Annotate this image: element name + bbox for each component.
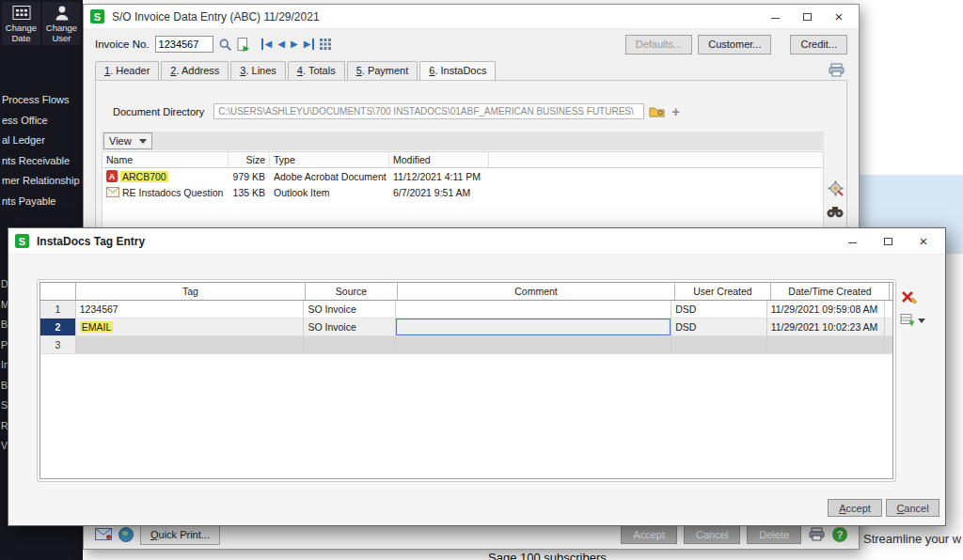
row-number[interactable]: 1: [40, 301, 76, 319]
user-created-cell: DSD: [671, 319, 766, 336]
comment-cell[interactable]: [396, 301, 671, 319]
source-cell[interactable]: [304, 336, 395, 354]
change-date-button[interactable]: Change Date: [2, 2, 40, 45]
document-modified: 6/7/2021 9:51 AM: [389, 184, 489, 200]
document-modified: 11/12/2021 4:11 PM: [389, 168, 489, 184]
copy-tags-icon[interactable]: [900, 313, 915, 329]
column-header-name[interactable]: Name: [103, 152, 229, 167]
document-name: RE Instadocs Question: [122, 187, 223, 198]
tag-table: Tag Source Comment User Created Date/Tim…: [39, 282, 893, 479]
tag-col-comment: Comment: [398, 283, 675, 300]
globe-icon[interactable]: [118, 527, 134, 542]
email-icon[interactable]: [95, 528, 112, 542]
print-icon[interactable]: [808, 527, 826, 543]
dialog-minimize-button[interactable]: [834, 230, 870, 253]
user-icon: [55, 5, 70, 21]
search-documents-binoculars-icon[interactable]: [827, 205, 844, 220]
tab-instadocs[interactable]: 6. InstaDocs: [419, 61, 496, 81]
close-button[interactable]: [823, 6, 855, 28]
source-cell[interactable]: SO Invoice: [304, 319, 395, 336]
delete-button: Delete: [747, 525, 801, 544]
tag-col-tag: Tag: [76, 283, 306, 300]
view-dropdown[interactable]: View: [103, 132, 152, 149]
tab-lines[interactable]: 3. Lines: [230, 61, 286, 80]
tag-row-3-new[interactable]: 3: [40, 336, 892, 354]
column-header-type[interactable]: Type: [270, 152, 389, 167]
sidebar-menu: Process Flows ess Office al Ledger nts R…: [0, 90, 83, 211]
tag-cell[interactable]: [76, 336, 305, 354]
next-record-icon[interactable]: [290, 39, 299, 50]
dropdown-caret-icon[interactable]: [918, 319, 925, 323]
document-directory-field[interactable]: C:\USERS\ASHLEYU\DOCUMENTS\700 INSTADOCS…: [213, 103, 644, 119]
background-text: Streamline your w: [863, 532, 961, 546]
comment-cell[interactable]: [396, 336, 671, 354]
quick-print-button[interactable]: Quick Print...: [140, 525, 220, 545]
document-size: 979 KB: [229, 168, 270, 184]
browse-folder-icon[interactable]: [649, 105, 665, 117]
dialog-accept-button[interactable]: Accept: [828, 499, 882, 517]
tab-payment[interactable]: 5. Payment: [347, 61, 418, 80]
sidebar-item-general-ledger[interactable]: al Ledger: [0, 131, 83, 151]
record-navigation: [261, 39, 315, 50]
source-cell[interactable]: SO Invoice: [304, 301, 395, 319]
column-header-size[interactable]: Size: [229, 152, 270, 167]
paperless-printer-icon[interactable]: [828, 63, 845, 79]
view-bar: View: [102, 132, 824, 150]
document-row-arcb700[interactable]: ARCB700 979 KB Adobe Acrobat Document 11…: [103, 168, 823, 184]
dialog-maximize-button[interactable]: [870, 230, 906, 253]
previous-record-icon[interactable]: [276, 39, 286, 50]
tab-totals[interactable]: 4. Totals: [288, 61, 345, 80]
next-invoice-icon[interactable]: [237, 38, 250, 52]
sidebar-item-accounts-payable[interactable]: nts Payable: [0, 192, 83, 212]
tag-row-1[interactable]: 1 1234567 SO Invoice DSD 11/29/2021 09:5…: [40, 301, 892, 319]
comment-cell-focused[interactable]: [396, 319, 671, 336]
dialog-cancel-button[interactable]: Cancel: [886, 499, 939, 517]
instadocs-tag-entry-dialog: InstaDocs Tag Entry Tag Source Comment U…: [8, 227, 946, 526]
change-user-label: Change User: [46, 23, 77, 43]
sidebar-item-process-flows[interactable]: Process Flows: [0, 90, 83, 111]
maximize-icon: [884, 238, 892, 245]
document-row-email[interactable]: RE Instadocs Question 135 KB Outlook Ite…: [103, 184, 823, 200]
invoice-toolbar: Invoice No. Defaults... Customer... Cred…: [84, 29, 859, 59]
chevron-down-icon: [139, 139, 147, 144]
cancel-button: Cancel: [684, 525, 740, 544]
tag-settings-icon[interactable]: [828, 180, 844, 198]
tag-cell[interactable]: EMAIL: [76, 319, 305, 336]
tab-address[interactable]: 2. Address: [161, 61, 229, 80]
invoice-no-input[interactable]: [155, 36, 213, 53]
delete-tag-icon[interactable]: [900, 288, 925, 307]
change-user-button[interactable]: Change User: [42, 2, 81, 45]
screen: Streamline your w Sage 100 subscribers. …: [0, 0, 963, 560]
dialog-close-button[interactable]: [906, 230, 941, 253]
memo-keypad-icon[interactable]: [319, 38, 332, 51]
minimize-button[interactable]: [759, 6, 791, 28]
defaults-button: Defaults...: [625, 35, 693, 54]
sidebar-item-paperless-office[interactable]: ess Office: [0, 111, 83, 132]
tab-strip: 1. Header 2. Address 3. Lines 4. Totals …: [84, 59, 859, 80]
tag-cell[interactable]: 1234567: [76, 301, 305, 319]
tag-table-box: Tag Source Comment User Created Date/Tim…: [37, 279, 896, 482]
last-record-icon[interactable]: [303, 39, 315, 50]
row-number[interactable]: 2: [40, 319, 76, 336]
tab-header[interactable]: 1. Header: [95, 61, 159, 80]
tag-col-rownum: [40, 283, 76, 300]
help-icon[interactable]: [832, 527, 847, 542]
lookup-magnifier-icon[interactable]: [218, 38, 232, 52]
window-titlebar[interactable]: S/O Invoice Data Entry (ABC) 11/29/2021: [84, 5, 859, 29]
tag-row-2-selected[interactable]: 2 EMAIL SO Invoice DSD 11/29/2021 10:02:…: [40, 319, 892, 336]
column-header-modified[interactable]: Modified: [389, 152, 489, 167]
dialog-titlebar[interactable]: InstaDocs Tag Entry: [8, 228, 945, 255]
row-number[interactable]: 3: [40, 336, 76, 354]
customer-button[interactable]: Customer...: [698, 35, 771, 54]
credit-button[interactable]: Credit...: [790, 35, 847, 54]
document-size: 135 KB: [229, 184, 270, 200]
tag-col-source: Source: [306, 283, 398, 300]
calendar-icon: [12, 5, 31, 21]
first-record-icon[interactable]: [261, 39, 274, 50]
add-document-icon[interactable]: [671, 104, 680, 118]
maximize-button[interactable]: [791, 6, 823, 28]
sidebar-item-customer-relationship[interactable]: mer Relationship Mar: [0, 171, 83, 192]
sidebar-item-accounts-receivable[interactable]: nts Receivable: [0, 151, 83, 172]
dialog-title: InstaDocs Tag Entry: [37, 235, 145, 248]
sage-logo-icon: [15, 234, 29, 248]
